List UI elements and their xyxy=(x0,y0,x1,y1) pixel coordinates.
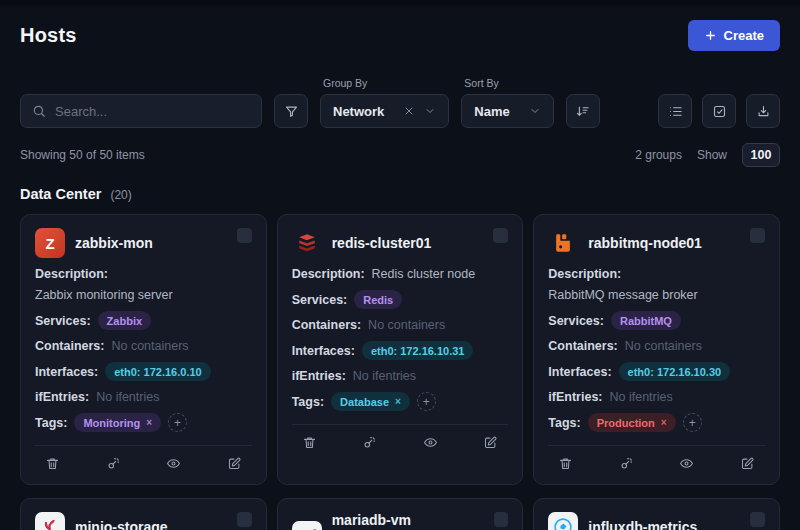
scan-host-button[interactable] xyxy=(106,456,121,471)
host-name: redis-cluster01 xyxy=(332,235,432,251)
redis-icon xyxy=(292,228,322,258)
sort-by-select[interactable]: Name xyxy=(461,94,553,128)
card-actions xyxy=(35,445,252,473)
tag-label: Monitoring xyxy=(83,417,140,429)
add-tag-button[interactable]: + xyxy=(417,392,436,411)
tags-label: Tags: xyxy=(292,395,324,409)
edit-host-button[interactable] xyxy=(227,456,242,471)
card-header: rabbitmq-node01 xyxy=(548,228,765,258)
view-host-button[interactable] xyxy=(166,456,181,471)
eye-icon xyxy=(679,456,694,471)
scan-host-button[interactable] xyxy=(362,435,377,450)
sort-by-control: Sort By Name xyxy=(461,77,553,128)
ifentries-value: No ifentries xyxy=(353,369,416,383)
description-value: Redis cluster node xyxy=(372,267,476,281)
toolbar: Group By Network Sort By Name xyxy=(20,77,780,128)
view-host-button[interactable] xyxy=(679,456,694,471)
delete-host-button[interactable] xyxy=(302,435,317,450)
clear-icon[interactable] xyxy=(403,105,415,117)
showing-count: Showing 50 of 50 items xyxy=(20,148,145,162)
host-select-checkbox[interactable] xyxy=(493,228,508,243)
host-name: minio-storage xyxy=(75,519,168,530)
scan-icon xyxy=(106,456,121,471)
field-row: Services:RabbitMQ xyxy=(548,311,765,330)
edit-host-button[interactable] xyxy=(483,435,498,450)
interface-pill: eth0: 172.16.10.31 xyxy=(362,341,474,360)
field-row: Interfaces:eth0: 172.16.0.10 xyxy=(35,362,252,381)
card-actions xyxy=(548,445,765,473)
tag-pill: Production× xyxy=(588,413,676,432)
host-select-checkbox[interactable] xyxy=(750,228,765,243)
minio-icon xyxy=(35,512,65,530)
edit-icon xyxy=(483,435,498,450)
service-pill: Redis xyxy=(354,290,402,309)
add-tag-button[interactable]: + xyxy=(683,413,702,432)
field-row: Tags:Production×+ xyxy=(548,413,765,432)
description-label: Description: xyxy=(548,267,621,281)
filter-button[interactable] xyxy=(274,94,308,128)
description-label: Description: xyxy=(35,267,108,281)
tags-label: Tags: xyxy=(548,416,580,430)
tag-remove-icon[interactable]: × xyxy=(146,417,152,428)
list-view-button[interactable] xyxy=(658,94,692,128)
host-select-checkbox[interactable] xyxy=(750,512,765,527)
group-by-select[interactable]: Network xyxy=(320,94,449,128)
search-input[interactable] xyxy=(55,104,250,119)
card-header: redis-cluster01 xyxy=(292,228,509,258)
plus-icon xyxy=(704,29,717,42)
containers-value: No containers xyxy=(625,339,702,353)
chevron-down-icon xyxy=(424,105,436,117)
host-name: rabbitmq-node01 xyxy=(588,235,702,251)
containers-value: No containers xyxy=(368,318,445,332)
eye-icon xyxy=(423,435,438,450)
scan-icon xyxy=(619,456,634,471)
host-select-checkbox[interactable] xyxy=(494,512,508,527)
view-host-button[interactable] xyxy=(423,435,438,450)
interfaces-label: Interfaces: xyxy=(292,344,355,358)
page-size-input[interactable] xyxy=(742,143,780,167)
list-icon xyxy=(668,104,683,119)
sort-direction-button[interactable] xyxy=(566,94,600,128)
tag-remove-icon[interactable]: × xyxy=(661,417,667,428)
host-select-checkbox[interactable] xyxy=(237,512,252,527)
tag-remove-icon[interactable]: × xyxy=(395,396,401,407)
results-meta: Showing 50 of 50 items 2 groups Show xyxy=(20,143,780,167)
group-by-value: Network xyxy=(333,104,384,119)
containers-label: Containers: xyxy=(292,318,361,332)
edit-icon xyxy=(740,456,755,471)
group-by-control: Group By Network xyxy=(320,77,449,128)
ifentries-label: ifEntries: xyxy=(35,390,89,404)
export-button[interactable] xyxy=(746,94,780,128)
rabbitmq-icon xyxy=(548,228,578,258)
tag-pill: Monitoring× xyxy=(74,413,161,432)
card-fields: Description:Zabbix monitoring serverServ… xyxy=(35,267,252,432)
groups-count: 2 groups xyxy=(635,148,682,162)
group-header: Data Center (20) xyxy=(20,186,780,202)
create-button[interactable]: Create xyxy=(688,20,780,51)
trash-icon xyxy=(558,456,573,471)
field-row: Tags:Monitoring×+ xyxy=(35,413,252,432)
service-pill: Zabbix xyxy=(98,311,151,330)
zabbix-icon: Z xyxy=(35,228,65,258)
select-mode-button[interactable] xyxy=(702,94,736,128)
edit-host-button[interactable] xyxy=(740,456,755,471)
search-icon xyxy=(32,104,46,118)
sort-by-label: Sort By xyxy=(464,77,553,89)
host-select-checkbox[interactable] xyxy=(237,228,252,243)
description-value: RabbitMQ message broker xyxy=(548,288,697,302)
delete-host-button[interactable] xyxy=(45,456,60,471)
tag-label: Production xyxy=(597,417,655,429)
field-row: Description:Zabbix monitoring server xyxy=(35,267,252,302)
interface-pill: eth0: 172.16.10.30 xyxy=(619,362,731,381)
scan-host-button[interactable] xyxy=(619,456,634,471)
card-actions xyxy=(292,424,509,452)
add-tag-button[interactable]: + xyxy=(168,413,187,432)
field-row: Services:Zabbix xyxy=(35,311,252,330)
search-box xyxy=(20,94,262,128)
field-row: Tags:Database×+ xyxy=(292,392,509,411)
field-row: ifEntries:No ifentries xyxy=(35,390,252,404)
field-row: Interfaces:eth0: 172.16.10.31 xyxy=(292,341,509,360)
delete-host-button[interactable] xyxy=(558,456,573,471)
services-label: Services: xyxy=(292,293,348,307)
ifentries-value: No ifentries xyxy=(610,390,673,404)
